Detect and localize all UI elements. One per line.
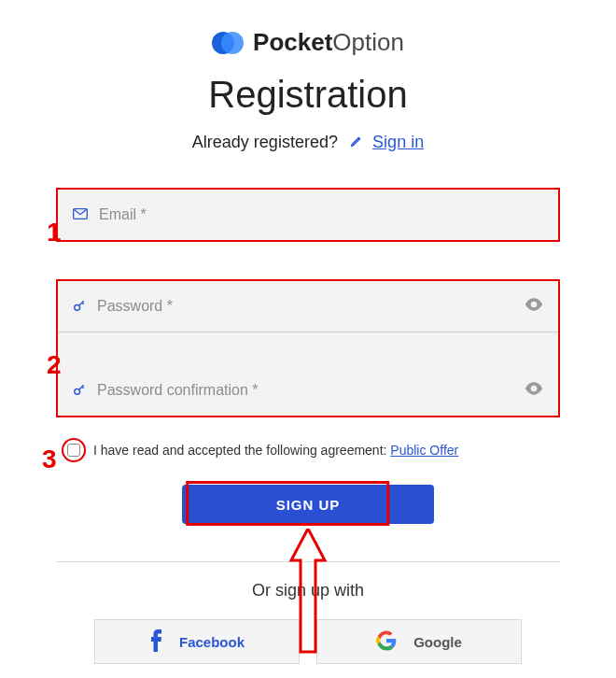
agreement-row: I have read and accepted the following a… <box>56 438 560 462</box>
svg-point-6 <box>532 387 535 389</box>
google-button[interactable]: Google <box>316 619 522 664</box>
facebook-icon <box>149 629 162 655</box>
agreement-text: I have read and accepted the following a… <box>93 443 390 458</box>
agreement-checkbox[interactable] <box>67 444 80 457</box>
google-label: Google <box>413 634 462 650</box>
google-icon <box>376 630 397 654</box>
page-title: Registration <box>56 74 560 116</box>
annotation-1: 1 <box>47 218 62 247</box>
eye-icon[interactable] <box>525 298 543 315</box>
key-icon <box>73 299 86 315</box>
checkbox-highlight <box>62 438 86 462</box>
svg-point-1 <box>221 32 244 54</box>
annotation-2: 2 <box>47 350 62 380</box>
eye-icon[interactable] <box>525 382 543 399</box>
facebook-button[interactable]: Facebook <box>94 619 300 664</box>
svg-point-5 <box>75 388 80 394</box>
key-icon <box>73 383 86 399</box>
email-group <box>56 188 560 242</box>
facebook-label: Facebook <box>179 634 245 650</box>
password-field[interactable] <box>97 298 525 315</box>
sign-up-button[interactable]: SIGN UP <box>182 485 434 524</box>
brand-text: PocketOption <box>253 28 404 57</box>
or-sign-up-with: Or sign up with <box>56 581 560 600</box>
logo-icon <box>212 30 244 56</box>
already-registered-row: Already registered? Sign in <box>56 133 560 152</box>
already-text: Already registered? <box>192 133 338 151</box>
password-group <box>56 279 560 417</box>
email-field[interactable] <box>99 206 543 223</box>
brand-logo: PocketOption <box>56 28 560 57</box>
public-offer-link[interactable]: Public Offer <box>390 443 458 458</box>
pencil-icon <box>350 134 367 150</box>
svg-point-4 <box>532 303 535 305</box>
divider <box>56 561 560 562</box>
sign-in-link[interactable]: Sign in <box>372 133 424 151</box>
svg-point-3 <box>75 304 80 310</box>
annotation-3: 3 <box>42 445 57 474</box>
mail-icon <box>73 207 88 222</box>
password-confirm-field[interactable] <box>97 382 525 399</box>
